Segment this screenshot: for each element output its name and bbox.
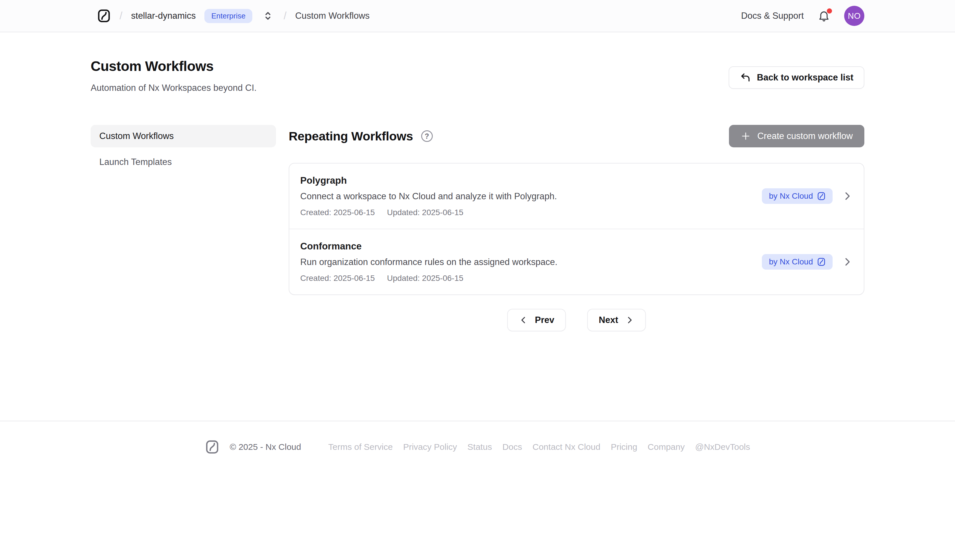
next-label: Next — [599, 315, 618, 325]
repeating-workflows-section: Repeating Workflows ? Create custom work… — [289, 125, 864, 331]
sidebar-item-launch-templates[interactable]: Launch Templates — [91, 151, 276, 173]
breadcrumb-separator: / — [119, 10, 122, 22]
workflow-meta: Created: 2025-06-15 Updated: 2025-06-15 — [300, 208, 762, 217]
avatar[interactable]: NO — [844, 6, 864, 26]
create-custom-workflow-button[interactable]: Create custom workflow — [729, 125, 864, 147]
footer-link-terms[interactable]: Terms of Service — [328, 442, 393, 452]
chevron-right-icon — [842, 256, 853, 267]
nx-logo-icon[interactable] — [97, 9, 111, 23]
site-footer: © 2025 - Nx Cloud Terms of Service Priva… — [0, 421, 955, 477]
workflow-info: Polygraph Connect a workspace to Nx Clou… — [300, 175, 762, 217]
help-icon[interactable]: ? — [421, 130, 433, 142]
footer-link-pricing[interactable]: Pricing — [611, 442, 637, 452]
back-button-label: Back to workspace list — [757, 72, 853, 83]
create-button-label: Create custom workflow — [757, 131, 853, 141]
page-title-block: Custom Workflows Automation of Nx Worksp… — [91, 58, 257, 93]
footer-link-status[interactable]: Status — [467, 442, 492, 452]
pagination: Prev Next — [289, 309, 864, 331]
page-content: Custom Workflows Automation of Nx Worksp… — [91, 32, 864, 421]
nav-actions: Docs & Support NO — [741, 6, 864, 26]
prev-page-button[interactable]: Prev — [507, 309, 566, 331]
workflow-description: Run organization conformance rules on th… — [300, 257, 762, 267]
plus-icon — [741, 131, 751, 141]
workflow-updated: Updated: 2025-06-15 — [387, 208, 463, 217]
workflow-row-right: by Nx Cloud — [762, 254, 853, 270]
prev-label: Prev — [535, 315, 554, 325]
badge-label: by Nx Cloud — [769, 192, 813, 201]
workflow-updated: Updated: 2025-06-15 — [387, 274, 463, 283]
workflow-created: Created: 2025-06-15 — [300, 208, 375, 217]
chevron-right-icon — [842, 190, 853, 201]
next-page-button[interactable]: Next — [587, 309, 646, 331]
breadcrumb: / stellar-dynamics Enterprise / Custom W… — [97, 9, 369, 23]
footer-link-docs[interactable]: Docs — [503, 442, 522, 452]
breadcrumb-workspace[interactable]: stellar-dynamics — [131, 11, 196, 21]
breadcrumb-separator: / — [283, 10, 286, 22]
badge-label: by Nx Cloud — [769, 257, 813, 267]
page-subtitle: Automation of Nx Workspaces beyond CI. — [91, 83, 257, 93]
workflow-row-conformance[interactable]: Conformance Run organization conformance… — [289, 229, 864, 295]
corner-up-left-icon — [740, 72, 751, 83]
nx-logo-icon — [817, 257, 826, 266]
workflow-name: Polygraph — [300, 175, 762, 186]
footer-link-company[interactable]: Company — [648, 442, 684, 452]
copyright: © 2025 - Nx Cloud — [230, 442, 301, 452]
workspace-switcher-icon[interactable] — [261, 9, 275, 23]
nx-logo-icon — [817, 192, 826, 200]
workflow-row-polygraph[interactable]: Polygraph Connect a workspace to Nx Clou… — [289, 164, 864, 229]
workflow-row-right: by Nx Cloud — [762, 188, 853, 204]
settings-sidebar: Custom Workflows Launch Templates — [91, 125, 276, 331]
breadcrumb-current-page: Custom Workflows — [295, 11, 369, 21]
workflow-description: Connect a workspace to Nx Cloud and anal… — [300, 191, 762, 201]
workflow-meta: Created: 2025-06-15 Updated: 2025-06-15 — [300, 274, 762, 283]
by-nx-cloud-badge: by Nx Cloud — [762, 188, 833, 204]
chevron-left-icon — [519, 315, 528, 325]
footer-link-privacy[interactable]: Privacy Policy — [403, 442, 457, 452]
docs-support-link[interactable]: Docs & Support — [741, 11, 804, 21]
notifications-button[interactable] — [817, 9, 830, 22]
plan-badge: Enterprise — [204, 9, 253, 23]
footer-link-nxdevtools[interactable]: @NxDevTools — [695, 442, 750, 452]
top-nav: / stellar-dynamics Enterprise / Custom W… — [0, 0, 955, 32]
sidebar-item-custom-workflows[interactable]: Custom Workflows — [91, 125, 276, 147]
workflow-created: Created: 2025-06-15 — [300, 274, 375, 283]
by-nx-cloud-badge: by Nx Cloud — [762, 254, 833, 270]
section-title: Repeating Workflows — [289, 129, 413, 144]
workflows-list: Polygraph Connect a workspace to Nx Clou… — [289, 163, 864, 295]
page-title: Custom Workflows — [91, 58, 257, 74]
workflow-name: Conformance — [300, 241, 762, 252]
back-to-workspace-list-button[interactable]: Back to workspace list — [729, 66, 864, 89]
nx-logo-icon — [205, 440, 219, 454]
chevron-right-icon — [625, 315, 634, 325]
workflow-info: Conformance Run organization conformance… — [300, 241, 762, 283]
footer-link-contact[interactable]: Contact Nx Cloud — [533, 442, 601, 452]
notification-dot — [827, 8, 832, 14]
